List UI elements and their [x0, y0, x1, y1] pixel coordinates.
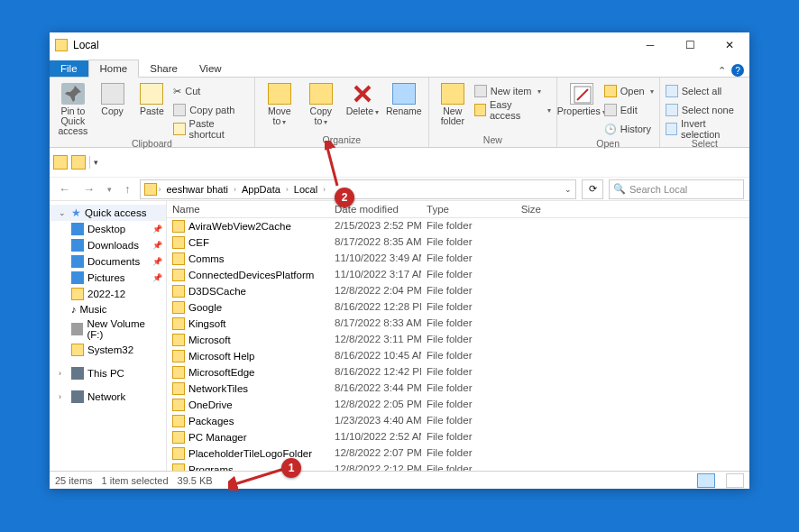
breadcrumb-user[interactable]: eeshwar bhati	[163, 184, 233, 195]
file-row[interactable]: Packages1/23/2023 4:40 AMFile folder	[167, 413, 749, 429]
delete-x-icon	[351, 83, 374, 105]
file-date: 12/8/2022 2:07 PM	[329, 446, 421, 461]
invert-selection-button[interactable]: Invert selection	[666, 121, 744, 137]
properties-icon	[570, 83, 593, 105]
file-type: File folder	[421, 235, 493, 250]
folder-icon	[172, 447, 185, 460]
file-size	[493, 235, 547, 250]
nav-desktop[interactable]: Desktop📌	[50, 221, 166, 237]
file-row[interactable]: Programs12/8/2022 2:12 PMFile folder	[167, 462, 749, 471]
chevron-right-icon[interactable]: ›	[286, 185, 289, 194]
nav-this-pc[interactable]: ›This PC	[50, 365, 166, 381]
file-row[interactable]: PlaceholderTileLogoFolder12/8/2022 2:07 …	[167, 445, 749, 462]
address-bar[interactable]: › eeshwar bhati › AppData › Local › ⌄	[140, 179, 577, 199]
file-row[interactable]: MicrosoftEdge8/16/2022 12:42 PMFile fold…	[167, 364, 749, 381]
nav-new-volume[interactable]: New Volume (F:)	[50, 316, 166, 342]
column-size[interactable]: Size	[493, 201, 547, 217]
file-row[interactable]: ConnectedDevicesPlatform11/10/2022 3:17 …	[167, 267, 749, 283]
up-button[interactable]: ↑	[121, 182, 134, 196]
file-row[interactable]: Comms11/10/2022 3:49 AMFile folder	[167, 251, 749, 267]
ribbon-collapse[interactable]: ⌃?	[718, 64, 744, 77]
file-type: File folder	[421, 414, 493, 428]
column-name[interactable]: Name	[167, 201, 329, 217]
forward-button[interactable]: →	[79, 182, 98, 196]
chevron-right-icon[interactable]: ›	[234, 185, 236, 194]
open-button[interactable]: Open	[604, 83, 654, 99]
qat-folder-icon[interactable]	[53, 155, 68, 170]
file-row[interactable]: Kingsoft8/17/2022 8:33 AMFile folder	[167, 316, 749, 332]
file-row[interactable]: NetworkTiles8/16/2022 3:44 PMFile folder	[167, 381, 749, 397]
share-tab[interactable]: Share	[139, 60, 188, 77]
chevron-right-icon[interactable]: ›	[159, 185, 161, 194]
qat-folder-icon-2[interactable]	[71, 155, 86, 170]
move-to-button[interactable]: Move to	[261, 81, 298, 127]
paste-button[interactable]: Paste	[134, 81, 170, 116]
nav-quick-access[interactable]: ⌄★Quick access	[50, 205, 166, 221]
file-row[interactable]: Microsoft Help8/16/2022 10:45 AMFile fol…	[167, 348, 749, 364]
nav-pictures[interactable]: Pictures📌	[50, 270, 166, 286]
maximize-button[interactable]: ☐	[670, 32, 710, 58]
file-row[interactable]: Microsoft12/8/2022 3:11 PMFile folder	[167, 332, 749, 348]
copy-to-button[interactable]: Copy to	[302, 81, 340, 127]
file-type: File folder	[421, 381, 493, 396]
recent-locations-button[interactable]: ▾	[104, 185, 115, 194]
file-list[interactable]: Name Date modified Type Size AviraWebVie…	[167, 201, 749, 471]
file-row[interactable]: OneDrive12/8/2022 2:05 PMFile folder	[167, 397, 749, 413]
chevron-right-icon[interactable]: ›	[323, 185, 326, 194]
rename-button[interactable]: Rename	[385, 81, 423, 116]
new-folder-button[interactable]: New folder	[435, 81, 471, 126]
file-type: File folder	[421, 430, 493, 445]
view-tab[interactable]: View	[188, 60, 233, 77]
file-row[interactable]: Google8/16/2022 12:28 PMFile folder	[167, 299, 749, 316]
refresh-button[interactable]: ⟳	[582, 179, 603, 199]
file-name: NetworkTiles	[188, 383, 248, 394]
file-row[interactable]: D3DSCache12/8/2022 2:04 PMFile folder	[167, 283, 749, 299]
breadcrumb-local[interactable]: Local	[290, 184, 321, 195]
nav-documents[interactable]: Documents📌	[50, 253, 166, 270]
history-button[interactable]: 🕒History	[604, 121, 654, 137]
selection-count: 1 item selected	[102, 475, 169, 486]
help-icon[interactable]: ?	[731, 64, 744, 77]
file-tab[interactable]: File	[50, 60, 88, 77]
paste-shortcut-button[interactable]: Paste shortcut	[173, 121, 249, 137]
properties-button[interactable]: Properties	[563, 81, 601, 117]
file-row[interactable]: CEF8/17/2022 8:35 AMFile folder	[167, 234, 749, 251]
file-date: 8/17/2022 8:33 AM	[329, 316, 421, 331]
delete-button[interactable]: Delete	[344, 81, 381, 117]
column-type[interactable]: Type	[421, 201, 493, 217]
pin-to-quick-access-button[interactable]: Pin to Quick access	[55, 81, 91, 136]
new-item-button[interactable]: New item	[474, 83, 551, 99]
nav-system32[interactable]: System32	[50, 342, 166, 358]
large-icons-view-button[interactable]	[726, 473, 744, 488]
select-all-button[interactable]: Select all	[666, 83, 744, 99]
new-folder-icon	[441, 83, 464, 105]
qat-customize-icon[interactable]: ▾	[94, 158, 98, 167]
file-row[interactable]: AviraWebView2Cache2/15/2023 2:52 PMFile …	[167, 218, 749, 234]
home-tab[interactable]: Home	[88, 60, 140, 78]
minimize-button[interactable]: ─	[630, 32, 670, 58]
quick-access-toolbar: ▾	[50, 151, 749, 173]
nav-music[interactable]: ♪Music	[50, 302, 166, 316]
pin-icon: 📌	[152, 225, 162, 234]
address-history-button[interactable]: ⌄	[565, 185, 572, 194]
file-size	[493, 365, 547, 380]
nav-2022-12[interactable]: 2022-12	[50, 286, 166, 302]
nav-network[interactable]: ›Network	[50, 389, 166, 405]
edit-button[interactable]: Edit	[604, 102, 654, 118]
file-name: OneDrive	[188, 399, 233, 410]
copy-path-button[interactable]: Copy path	[173, 102, 249, 118]
file-size	[493, 252, 547, 266]
music-icon: ♪	[71, 304, 77, 315]
back-button[interactable]: ←	[55, 182, 74, 196]
select-none-button[interactable]: Select none	[666, 102, 744, 118]
easy-access-button[interactable]: Easy access	[474, 102, 551, 118]
breadcrumb-appdata[interactable]: AppData	[238, 184, 284, 195]
ribbon: Pin to Quick access Copy Paste ✂Cut Copy…	[50, 78, 749, 148]
nav-downloads[interactable]: Downloads📌	[50, 237, 166, 253]
file-row[interactable]: PC Manager11/10/2022 2:52 AMFile folder	[167, 429, 749, 445]
copy-button[interactable]: Copy	[95, 81, 131, 116]
search-box[interactable]: 🔍 Search Local	[609, 179, 744, 199]
details-view-button[interactable]	[697, 473, 715, 488]
close-button[interactable]: ✕	[710, 32, 749, 58]
cut-button[interactable]: ✂Cut	[173, 83, 249, 99]
